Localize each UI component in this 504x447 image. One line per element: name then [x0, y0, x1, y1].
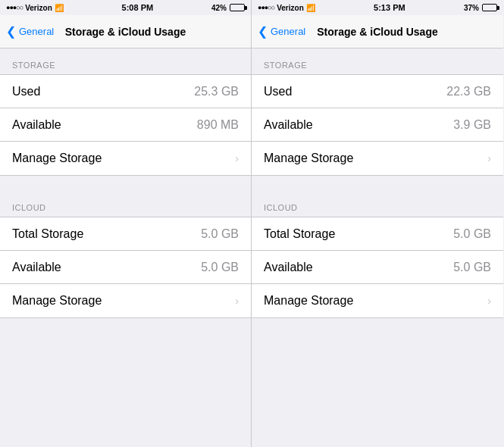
row-value-icloud-1: 5.0 GB	[453, 261, 491, 274]
icloud-row-1: Available 5.0 GB	[252, 251, 503, 284]
content-area: STORAGE Used 22.3 GB Available 3.9 G	[252, 48, 503, 447]
row-label-icloud-2: Manage Storage	[264, 294, 353, 308]
time-display: 5:13 PM	[374, 3, 405, 12]
icloud-row-0: Total Storage 5.0 GB	[252, 217, 503, 251]
row-value-storage-1: 890 MB	[197, 118, 239, 132]
nav-bar: ❮ General Storage & iCloud Usage	[0, 15, 251, 48]
storage-section-header: STORAGE	[252, 48, 503, 74]
row-label-storage-0: Used	[264, 85, 292, 98]
chevron-left-icon: ❮	[6, 24, 16, 39]
icloud-row-2[interactable]: Manage Storage ›	[252, 284, 503, 317]
row-label-storage-2: Manage Storage	[264, 152, 353, 165]
storage-row-0: Used 22.3 GB	[252, 75, 503, 108]
status-left: ●●●○○ Verizon 📶	[6, 4, 64, 12]
icloud-row-0: Total Storage 5.0 GB	[0, 217, 251, 251]
row-value-storage-1: 3.9 GB	[453, 118, 491, 132]
storage-row-1: Available 3.9 GB	[252, 108, 503, 142]
battery-icon	[482, 4, 497, 11]
row-label-storage-0: Used	[12, 85, 40, 98]
storage-row-1: Available 890 MB	[0, 108, 251, 142]
icloud-row-2[interactable]: Manage Storage ›	[0, 284, 251, 317]
signal-dots: ●●●○○	[258, 4, 274, 11]
panel-right: ●●●○○ Verizon 📶 5:13 PM 37% ❮ General St…	[252, 0, 503, 447]
status-right: 42%	[211, 4, 245, 12]
carrier-label: Verizon	[277, 4, 304, 12]
icloud-section-header: ICLOUD	[252, 191, 503, 217]
chevron-right-icon: ›	[487, 152, 491, 164]
page-title: Storage & iCloud Usage	[317, 26, 437, 38]
storage-row-0: Used 25.3 GB	[0, 75, 251, 108]
nav-bar: ❮ General Storage & iCloud Usage	[252, 15, 503, 48]
back-label: General	[19, 26, 54, 37]
row-label-storage-1: Available	[12, 118, 61, 132]
row-label-icloud-0: Total Storage	[12, 227, 83, 241]
back-label: General	[271, 26, 305, 37]
row-value-storage-2: ›	[484, 152, 491, 164]
back-button[interactable]: ❮ General	[6, 24, 54, 39]
wifi-icon: 📶	[306, 4, 315, 12]
wifi-icon: 📶	[55, 4, 64, 12]
storage-row-2[interactable]: Manage Storage ›	[252, 142, 503, 175]
status-left: ●●●○○ Verizon 📶	[258, 4, 315, 12]
icloud-row-1: Available 5.0 GB	[0, 251, 251, 284]
chevron-right-icon: ›	[235, 152, 239, 164]
storage-section-header: STORAGE	[0, 48, 251, 74]
content-area: STORAGE Used 25.3 GB Available 890 M	[0, 48, 251, 447]
status-bar: ●●●○○ Verizon 📶 5:08 PM 42%	[0, 0, 251, 15]
row-label-icloud-0: Total Storage	[264, 227, 335, 241]
icloud-table: Total Storage 5.0 GB Available 5.0 GB	[0, 217, 251, 318]
signal-dots: ●●●○○	[6, 4, 23, 11]
storage-row-2[interactable]: Manage Storage ›	[0, 142, 251, 175]
row-value-icloud-2: ›	[232, 295, 239, 307]
row-value-icloud-0: 5.0 GB	[201, 227, 239, 241]
row-value-icloud-2: ›	[484, 295, 491, 307]
back-button[interactable]: ❮ General	[258, 24, 305, 39]
storage-table: Used 25.3 GB Available 890 MB	[0, 74, 251, 176]
status-bar: ●●●○○ Verizon 📶 5:13 PM 37%	[252, 0, 503, 15]
icloud-table: Total Storage 5.0 GB Available 5.0 GB	[252, 217, 503, 318]
chevron-right-icon: ›	[487, 295, 491, 307]
panel-left: ●●●○○ Verizon 📶 5:08 PM 42% ❮ General St…	[0, 0, 252, 447]
row-value-icloud-0: 5.0 GB	[453, 227, 491, 241]
row-value-storage-2: ›	[232, 152, 239, 164]
chevron-right-icon: ›	[235, 295, 239, 307]
row-label-storage-2: Manage Storage	[12, 152, 102, 165]
row-label-icloud-2: Manage Storage	[12, 294, 102, 308]
row-value-storage-0: 22.3 GB	[446, 85, 491, 98]
row-label-icloud-1: Available	[264, 261, 313, 274]
carrier-label: Verizon	[25, 4, 52, 12]
battery-percent: 42%	[211, 4, 227, 12]
time-display: 5:08 PM	[122, 3, 154, 12]
row-value-icloud-1: 5.0 GB	[201, 261, 239, 274]
battery-percent: 37%	[464, 4, 479, 12]
storage-table: Used 22.3 GB Available 3.9 GB	[252, 74, 503, 176]
status-right: 37%	[464, 4, 497, 12]
row-label-storage-1: Available	[264, 118, 313, 132]
icloud-section-header: ICLOUD	[0, 191, 251, 217]
row-value-storage-0: 25.3 GB	[194, 85, 239, 98]
row-label-icloud-1: Available	[12, 261, 61, 274]
battery-icon	[230, 4, 245, 11]
chevron-left-icon: ❮	[258, 24, 268, 39]
page-title: Storage & iCloud Usage	[65, 26, 186, 38]
